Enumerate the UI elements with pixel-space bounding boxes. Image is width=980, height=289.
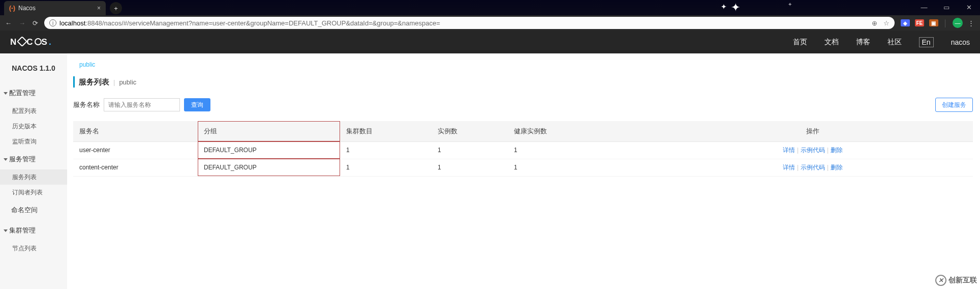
cell-name: user-center — [73, 141, 198, 159]
chevron-down-icon — [3, 91, 8, 96]
cell-healthy: 1 — [508, 159, 653, 176]
close-window-button[interactable]: ✕ — [958, 0, 980, 14]
search-in-page-icon[interactable]: ⊕ — [872, 19, 877, 27]
minimize-button[interactable]: — — [913, 0, 935, 14]
page-title: 服务列表 — [79, 77, 109, 87]
menu-group-config[interactable]: 配置管理 — [0, 83, 67, 103]
cell-name: content-center — [73, 159, 198, 176]
th-name: 服务名 — [73, 121, 198, 141]
maximize-button[interactable]: ▭ — [935, 0, 958, 14]
th-group: 分组 — [198, 121, 340, 141]
watermark: ✕ 创新互联 — [935, 275, 977, 286]
product-name: NACOS 1.1.0 — [0, 53, 67, 83]
chevron-down-icon — [3, 157, 8, 162]
th-instances: 实例数 — [432, 121, 508, 141]
ext-icon-3[interactable]: ▣ — [929, 19, 938, 26]
new-tab-button[interactable]: + — [110, 2, 122, 14]
app-header: NCS. 首页 文档 博客 社区 En nacos — [0, 31, 980, 53]
namespace-tab-public[interactable]: public — [79, 61, 95, 68]
site-info-icon[interactable]: i — [49, 19, 56, 26]
service-name-label: 服务名称 — [73, 100, 100, 109]
logo-diamond-icon — [17, 36, 27, 47]
th-ops: 操作 — [653, 121, 973, 141]
svg-marker-0 — [4, 92, 8, 95]
nav-community[interactable]: 社区 — [887, 38, 902, 47]
cell-healthy: 1 — [508, 141, 653, 159]
svg-marker-2 — [4, 229, 8, 232]
tab-favicon: (-) — [9, 5, 15, 12]
op-delete[interactable]: 删除 — [831, 147, 843, 154]
background-stars — [711, 0, 751, 15]
cell-ops: 详情|示例代码|删除 — [653, 141, 973, 159]
address-bar: ← → ⟳ i localhost:8848/nacos/#/serviceMa… — [0, 15, 980, 31]
cell-instances: 1 — [432, 159, 508, 176]
menu-config-listen[interactable]: 监听查询 — [0, 134, 67, 149]
reload-icon[interactable]: ⟳ — [33, 19, 38, 27]
nav-user[interactable]: nacos — [951, 38, 970, 46]
menu-service-list[interactable]: 服务列表 — [0, 169, 67, 185]
profile-avatar[interactable]: — — [953, 18, 963, 28]
nav-blog[interactable]: 博客 — [856, 38, 870, 47]
cell-ops: 详情|示例代码|删除 — [653, 159, 973, 176]
menu-namespace[interactable]: 命名空间 — [0, 200, 67, 220]
ext-icon-2[interactable]: FE — [915, 19, 924, 26]
service-table: 服务名 分组 集群数目 实例数 健康实例数 操作 user-center DEF… — [73, 121, 973, 177]
menu-group-config-label: 配置管理 — [9, 89, 36, 98]
nav-docs[interactable]: 文档 — [824, 38, 839, 47]
menu-group-service-label: 服务管理 — [9, 155, 36, 164]
cell-group: DEFAULT_GROUP — [198, 141, 340, 159]
cell-clusters: 1 — [340, 159, 432, 176]
url-input[interactable]: i localhost:8848/nacos/#/serviceManageme… — [44, 17, 895, 29]
logo-o-icon — [35, 38, 42, 45]
ext-divider: │ — [943, 19, 947, 27]
bookmark-star-icon[interactable]: ☆ — [883, 19, 890, 27]
cell-clusters: 1 — [340, 141, 432, 159]
sidebar: NACOS 1.1.0 配置管理 配置列表 历史版本 监听查询 服务管理 服务列… — [0, 53, 67, 289]
op-delete[interactable]: 删除 — [831, 164, 843, 171]
watermark-text: 创新互联 — [948, 276, 977, 285]
table-row: user-center DEFAULT_GROUP 1 1 1 详情|示例代码|… — [73, 141, 973, 159]
page-title-bar: 服务列表 | public — [73, 76, 973, 88]
th-healthy: 健康实例数 — [508, 121, 653, 141]
op-code[interactable]: 示例代码 — [801, 147, 825, 154]
create-service-button[interactable]: 创建服务 — [935, 98, 973, 112]
op-detail[interactable]: 详情 — [783, 147, 795, 154]
extensions: ◈ FE ▣ │ — ⋮ — [901, 18, 975, 28]
menu-group-cluster[interactable]: 集群管理 — [0, 220, 67, 241]
cell-instances: 1 — [432, 141, 508, 159]
browser-menu-icon[interactable]: ⋮ — [968, 19, 975, 27]
lang-switch[interactable]: En — [919, 37, 934, 47]
main-panel: public 服务列表 | public 服务名称 查询 创建服务 服务名 分组… — [67, 53, 980, 289]
query-button[interactable]: 查询 — [184, 98, 210, 111]
chevron-down-icon — [3, 228, 8, 233]
menu-group-cluster-label: 集群管理 — [9, 226, 36, 235]
back-icon[interactable]: ← — [5, 19, 12, 27]
url-host: localhost — [59, 19, 85, 27]
title-separator: | — [113, 78, 115, 86]
tab-strip: (-) Nacos × + — ▭ ✕ — [0, 0, 980, 15]
logo[interactable]: NCS. — [10, 37, 53, 47]
page-namespace: public — [119, 78, 136, 86]
menu-config-history[interactable]: 历史版本 — [0, 119, 67, 134]
menu-group-service[interactable]: 服务管理 — [0, 149, 67, 169]
browser-chrome: (-) Nacos × + — ▭ ✕ ← → ⟳ i localhost:88… — [0, 0, 980, 31]
header-nav: 首页 文档 博客 社区 En nacos — [793, 37, 970, 47]
table-row: content-center DEFAULT_GROUP 1 1 1 详情|示例… — [73, 159, 973, 176]
svg-marker-1 — [4, 158, 8, 161]
tab-close-icon[interactable]: × — [97, 5, 101, 12]
op-code[interactable]: 示例代码 — [801, 164, 825, 171]
op-detail[interactable]: 详情 — [783, 164, 795, 171]
cell-group: DEFAULT_GROUP — [198, 159, 340, 176]
forward-icon[interactable]: → — [19, 19, 25, 27]
menu-subscriber-list[interactable]: 订阅者列表 — [0, 185, 67, 200]
service-name-input[interactable] — [104, 98, 180, 111]
nav-home[interactable]: 首页 — [793, 38, 807, 47]
th-clusters: 集群数目 — [340, 121, 432, 141]
browser-tab[interactable]: (-) Nacos × — [4, 1, 106, 15]
url-path: :8848/nacos/#/serviceManagement?name=use… — [85, 19, 440, 27]
ext-icon-1[interactable]: ◈ — [901, 19, 910, 26]
watermark-icon: ✕ — [935, 275, 946, 286]
tab-title: Nacos — [18, 5, 36, 12]
menu-node-list[interactable]: 节点列表 — [0, 241, 67, 256]
menu-config-list[interactable]: 配置列表 — [0, 103, 67, 119]
